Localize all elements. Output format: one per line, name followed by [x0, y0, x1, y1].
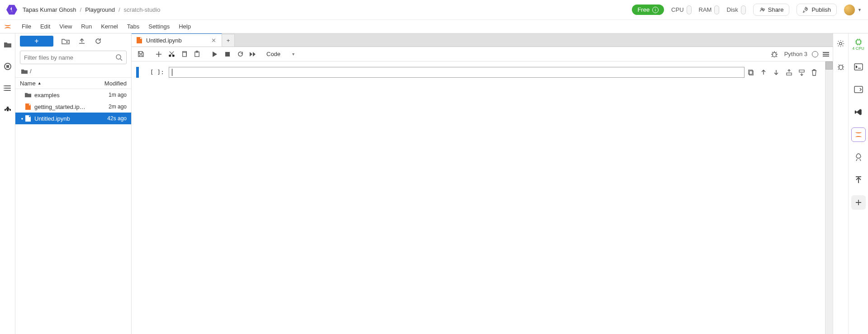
- plan-badge[interactable]: Free i: [632, 5, 664, 15]
- publish-button[interactable]: Publish: [797, 4, 837, 16]
- file-name: examples: [34, 92, 94, 99]
- property-inspector-rail: [833, 33, 848, 334]
- file-list-header: Name ▲ Modified: [15, 77, 131, 89]
- code-cell[interactable]: [ ]:: [136, 67, 821, 78]
- app-logo-icon: [6, 5, 17, 15]
- notebook-content: [ ]:: [132, 61, 825, 334]
- new-folder-button[interactable]: [62, 37, 70, 45]
- kernel-status-icon[interactable]: [812, 51, 818, 57]
- move-down-icon[interactable]: [770, 67, 783, 78]
- breadcrumb-project: scratch-studio: [124, 6, 161, 13]
- new-launcher-button[interactable]: +: [20, 36, 53, 47]
- paste-button[interactable]: [191, 49, 202, 60]
- vscode-icon[interactable]: [851, 105, 866, 119]
- menu-edit[interactable]: Edit: [36, 21, 55, 32]
- cell-type-select[interactable]: Code ▾: [264, 50, 297, 58]
- stop-button[interactable]: [222, 49, 233, 60]
- disk-label: Disk: [726, 6, 738, 13]
- header-right: Free i CPU RAM Disk Share Publish: [632, 4, 862, 16]
- debugger-icon[interactable]: [769, 49, 780, 60]
- terminal-icon[interactable]: [851, 60, 866, 74]
- celltype-label: Code: [266, 51, 280, 57]
- filebrowser-tab-icon[interactable]: [4, 41, 12, 49]
- file-row[interactable]: getting_started.ip… 2m ago: [15, 101, 131, 113]
- user-menu[interactable]: ▼: [844, 5, 862, 15]
- insert-below-icon[interactable]: [795, 67, 808, 78]
- menu-run[interactable]: Run: [76, 21, 96, 32]
- cell-toolbar: [745, 67, 821, 78]
- menu-settings[interactable]: Settings: [144, 21, 174, 32]
- bug-icon[interactable]: [835, 61, 846, 72]
- menu-file[interactable]: File: [17, 21, 36, 32]
- jupyter-logo-icon: [4, 23, 12, 31]
- file-row[interactable]: ● Untitled.ipynb 42s ago: [15, 113, 131, 124]
- path-breadcrumb[interactable]: /: [15, 66, 131, 77]
- filebrowser-toolbar: +: [15, 33, 131, 49]
- svg-rect-10: [225, 52, 230, 56]
- tab-title: Untitled.ipynb: [146, 37, 182, 44]
- share-label: Share: [768, 6, 784, 13]
- menu-help[interactable]: Help: [174, 21, 195, 32]
- code-input[interactable]: [169, 67, 745, 78]
- ram-label: RAM: [699, 6, 712, 13]
- hamburger-icon[interactable]: [823, 52, 829, 56]
- jupyter-icon[interactable]: [851, 127, 866, 142]
- toc-tab-icon[interactable]: [4, 84, 12, 92]
- gear-icon[interactable]: [835, 38, 846, 49]
- plan-label: Free: [637, 6, 650, 13]
- cut-button[interactable]: [166, 49, 177, 60]
- add-tab-button[interactable]: +: [222, 34, 235, 47]
- dirty-dot-icon: ●: [20, 117, 24, 121]
- copy-button[interactable]: [179, 49, 190, 60]
- scrollbar-thumb[interactable]: [825, 61, 833, 70]
- run-button[interactable]: [209, 49, 220, 60]
- close-tab-icon[interactable]: ✕: [210, 36, 217, 45]
- text-caret-icon: [172, 69, 172, 76]
- left-rail: [0, 33, 15, 334]
- svg-rect-15: [799, 70, 804, 72]
- share-button[interactable]: Share: [753, 4, 790, 16]
- menu-kernel[interactable]: Kernel: [96, 21, 123, 32]
- delete-cell-icon[interactable]: [808, 67, 821, 78]
- deploy-icon[interactable]: [851, 150, 866, 165]
- extensions-tab-icon[interactable]: [4, 106, 12, 114]
- svg-point-16: [840, 42, 842, 45]
- file-name: Untitled.ipynb: [34, 115, 94, 122]
- kernel-status: Python 3: [769, 49, 829, 60]
- cell-prompt: [ ]:: [139, 67, 169, 78]
- file-filter-input[interactable]: [24, 54, 115, 61]
- output-panel-icon[interactable]: [851, 82, 866, 97]
- notebook-icon: [24, 115, 32, 122]
- running-tab-icon[interactable]: [4, 62, 12, 71]
- move-up-icon[interactable]: [757, 67, 770, 78]
- disk-metric: Disk: [726, 5, 745, 14]
- file-modified: 1m ago: [94, 92, 127, 98]
- share-icon: [759, 7, 765, 13]
- chevron-down-icon: ▼: [858, 8, 862, 12]
- add-cell-button[interactable]: [153, 49, 164, 60]
- add-panel-icon[interactable]: [851, 195, 866, 210]
- file-list: examples 1m ago getting_started.ip… 2m a…: [15, 89, 131, 334]
- col-name-header[interactable]: Name ▲: [15, 80, 90, 87]
- refresh-button[interactable]: [94, 37, 102, 45]
- upload-arrow-icon[interactable]: [851, 173, 866, 187]
- duplicate-cell-icon[interactable]: [745, 67, 757, 78]
- file-row[interactable]: examples 1m ago: [15, 89, 131, 101]
- insert-above-icon[interactable]: [783, 67, 795, 78]
- avatar-icon: [844, 5, 855, 15]
- cpu-chip-icon[interactable]: 4 CPU: [851, 37, 866, 52]
- kernel-name[interactable]: Python 3: [784, 51, 807, 57]
- notebook-scrollbar[interactable]: [825, 61, 833, 334]
- notebook-tab[interactable]: Untitled.ipynb ✕: [132, 33, 222, 47]
- menu-tabs[interactable]: Tabs: [123, 21, 144, 32]
- publish-label: Publish: [811, 6, 831, 13]
- menu-view[interactable]: View: [55, 21, 76, 32]
- breadcrumb-owner[interactable]: Tapas Kumar Ghosh: [23, 6, 76, 13]
- run-all-button[interactable]: [247, 49, 258, 60]
- breadcrumb-folder[interactable]: Playground: [85, 6, 115, 13]
- save-button[interactable]: [135, 49, 146, 60]
- upload-button[interactable]: [78, 37, 86, 45]
- restart-button[interactable]: [235, 49, 246, 60]
- file-filter[interactable]: [20, 51, 127, 64]
- col-modified-header[interactable]: Modified: [90, 80, 131, 87]
